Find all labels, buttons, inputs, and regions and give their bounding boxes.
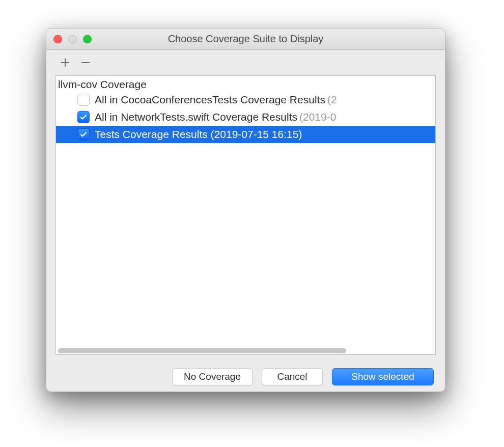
list-scroll-area: llvm-cov Coverage All in CocoaConference… bbox=[56, 76, 435, 347]
checkbox[interactable] bbox=[77, 94, 90, 106]
coverage-suite-list[interactable]: llvm-cov Coverage All in CocoaConference… bbox=[55, 75, 436, 355]
list-item-suffix: (2 bbox=[327, 94, 337, 106]
list-item-suffix: (2019-0 bbox=[299, 111, 336, 123]
zoom-window-button[interactable] bbox=[83, 35, 92, 43]
toolbar bbox=[46, 50, 445, 75]
checkbox[interactable] bbox=[77, 128, 90, 141]
horizontal-scrollbar[interactable] bbox=[56, 347, 435, 354]
plus-icon bbox=[61, 58, 70, 67]
minus-icon bbox=[81, 58, 90, 67]
close-window-button[interactable] bbox=[53, 35, 62, 43]
titlebar: Choose Coverage Suite to Display bbox=[46, 29, 445, 50]
content-area: llvm-cov Coverage All in CocoaConference… bbox=[46, 75, 445, 362]
checkbox[interactable] bbox=[77, 111, 90, 123]
dialog-footer: No Coverage Cancel Show selected bbox=[46, 362, 445, 392]
check-icon bbox=[79, 113, 88, 121]
show-selected-button[interactable]: Show selected bbox=[332, 368, 434, 385]
window-title: Choose Coverage Suite to Display bbox=[46, 33, 445, 45]
check-icon bbox=[79, 130, 88, 138]
no-coverage-button[interactable]: No Coverage bbox=[172, 368, 253, 385]
minimize-window-button bbox=[68, 35, 77, 43]
cancel-button[interactable]: Cancel bbox=[262, 368, 323, 385]
remove-button[interactable] bbox=[80, 57, 91, 68]
window-controls bbox=[53, 35, 92, 43]
list-item-label: All in CocoaConferencesTests Coverage Re… bbox=[95, 94, 325, 106]
list-item[interactable]: All in NetworkTests.swift Coverage Resul… bbox=[56, 108, 435, 126]
add-button[interactable] bbox=[60, 57, 71, 68]
list-group-header: llvm-cov Coverage bbox=[56, 76, 435, 91]
list-item-label: Tests Coverage Results (2019-07-15 16:15… bbox=[95, 128, 302, 141]
scrollbar-thumb[interactable] bbox=[58, 348, 346, 353]
dialog-window: Choose Coverage Suite to Display llvm-co… bbox=[46, 28, 445, 392]
list-item-label: All in NetworkTests.swift Coverage Resul… bbox=[95, 111, 297, 123]
list-item[interactable]: All in CocoaConferencesTests Coverage Re… bbox=[56, 91, 435, 108]
list-item[interactable]: Tests Coverage Results (2019-07-15 16:15… bbox=[56, 126, 435, 143]
